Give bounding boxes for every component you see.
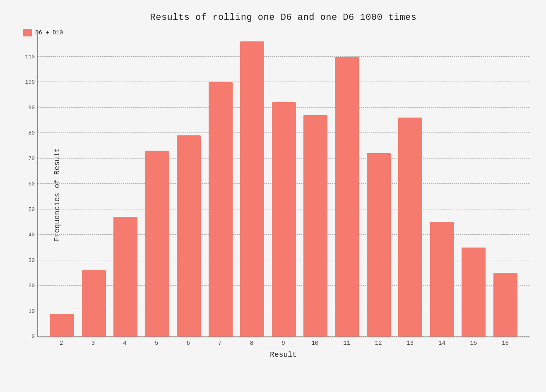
y-tick-label: 100 — [25, 79, 35, 85]
bar-group — [173, 31, 204, 337]
x-axis-label: Result — [37, 351, 529, 359]
bar — [50, 314, 74, 337]
x-tick-label: 4 — [109, 340, 141, 346]
chart-area: Frequencies of Result 010203040506070809… — [37, 31, 529, 359]
chart-title: Results of rolling one D6 and one D6 100… — [150, 12, 416, 23]
bar-group — [46, 31, 78, 337]
x-tick-label: 10 — [299, 340, 331, 346]
bars-row — [38, 31, 529, 337]
y-tick-label: 60 — [28, 181, 35, 187]
x-tick-label: 6 — [172, 340, 204, 346]
x-tick-label: 11 — [331, 340, 363, 346]
y-tick-label: 70 — [28, 155, 35, 161]
bar-group — [204, 31, 236, 337]
x-tick-label: 8 — [236, 340, 268, 346]
bar-group — [141, 31, 173, 337]
bar — [272, 102, 296, 337]
x-tick-label: 12 — [363, 340, 394, 346]
x-tick-label: 13 — [394, 340, 426, 346]
x-tick-label: 9 — [267, 340, 299, 346]
x-axis: 2345678910111213141516 — [37, 340, 529, 346]
x-tick-label: 15 — [458, 340, 490, 346]
y-tick-label: 80 — [28, 130, 35, 136]
legend-color-swatch — [23, 29, 32, 36]
x-tick-label: 2 — [46, 340, 77, 346]
bar — [209, 82, 233, 337]
plot-area: 0102030405060708090100110 23456789101112… — [37, 31, 529, 359]
y-tick-label: 20 — [28, 283, 35, 289]
bar — [430, 222, 454, 337]
x-tick-label: 16 — [489, 340, 521, 346]
bar-group — [363, 31, 394, 337]
y-tick-label: 90 — [28, 104, 35, 111]
grid-and-bars: 0102030405060708090100110 — [37, 31, 529, 337]
bar-group — [458, 31, 489, 337]
y-tick-label: 40 — [28, 232, 35, 238]
bar — [177, 135, 201, 337]
bar — [82, 270, 106, 337]
y-tick-label: 30 — [28, 257, 35, 263]
bar-group — [300, 31, 331, 337]
bar-group — [394, 31, 426, 337]
x-tick-label: 7 — [204, 340, 236, 346]
x-tick-label: 5 — [141, 340, 173, 346]
y-tick-label: 10 — [28, 308, 35, 314]
x-tick-label: 14 — [426, 340, 458, 346]
bar-group — [78, 31, 109, 337]
bar-group — [331, 31, 363, 337]
bar-group — [268, 31, 299, 337]
bar — [145, 151, 169, 337]
y-tick-label: 110 — [25, 53, 35, 60]
bar — [303, 115, 327, 337]
chart-container: Results of rolling one D6 and one D6 100… — [0, 0, 546, 392]
bar-group — [490, 31, 521, 337]
bar — [113, 217, 137, 337]
bar — [240, 41, 264, 337]
bar — [335, 57, 359, 337]
bar — [493, 273, 517, 337]
bar-group — [110, 31, 141, 337]
x-tick-label: 3 — [77, 340, 109, 346]
bar-group — [236, 31, 268, 337]
bar — [462, 248, 486, 337]
bar-group — [426, 31, 458, 337]
y-tick-label: 0 — [31, 334, 35, 340]
bar — [367, 153, 391, 337]
bar — [398, 118, 422, 337]
y-tick-label: 50 — [28, 206, 35, 212]
